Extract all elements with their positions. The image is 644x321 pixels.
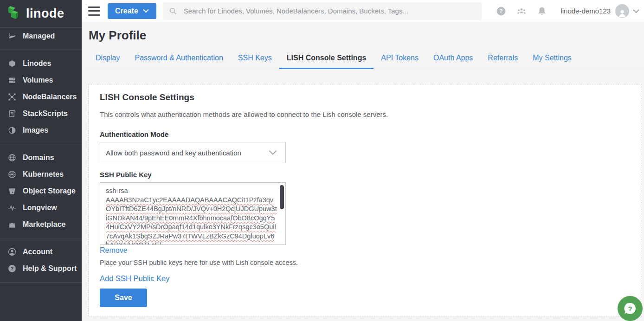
select-chevron-down-icon	[269, 148, 277, 157]
sidebar-item-marketplace[interactable]: Marketplace	[0, 216, 82, 233]
sidebar-item-label: Marketplace	[23, 220, 66, 229]
svg-text:?: ?	[628, 305, 632, 313]
profile-tabs: Display Password & Authentication SSH Ke…	[88, 48, 644, 69]
tab-ssh-keys[interactable]: SSH Keys	[231, 54, 279, 69]
search-input[interactable]	[184, 7, 477, 15]
sidebar-item-label: Volumes	[23, 76, 53, 84]
textarea-scrollbar-thumb[interactable]	[280, 185, 284, 209]
sidebar-item-label: Kubernetes	[23, 170, 64, 179]
bucket-icon	[6, 186, 18, 197]
images-icon	[6, 125, 18, 136]
remove-key-link[interactable]: Remove	[100, 246, 128, 255]
sidebar-item-help-support[interactable]: ? Help & Support	[0, 260, 82, 277]
pulse-icon	[6, 202, 18, 213]
svg-text:?: ?	[11, 266, 14, 271]
chevron-down-icon	[143, 9, 149, 13]
ssh-key-body: AAAAB3NzaC1yc2EAAAADAQABAAACAQCit1Pzfa3q…	[106, 196, 277, 245]
sidebar-item-label: Account	[23, 248, 52, 256]
svg-text:?: ?	[500, 8, 503, 14]
sidebar-divider	[0, 50, 82, 50]
sidebar-item-managed[interactable]: Managed	[0, 28, 82, 45]
panel-description: This controls what authentication method…	[100, 110, 631, 118]
linode-cube-icon	[6, 58, 18, 69]
account-menu-chevron-icon[interactable]	[633, 8, 639, 14]
sidebar-divider	[0, 282, 82, 282]
sidebar-item-nodebalancers[interactable]: NodeBalancers	[0, 89, 82, 105]
tab-password-authentication[interactable]: Password & Authentication	[127, 54, 230, 69]
search-icon	[169, 7, 177, 15]
sidebar-item-label: Help & Support	[23, 264, 77, 273]
avatar[interactable]	[615, 4, 629, 18]
sidebar-item-longview[interactable]: Longview	[0, 199, 82, 216]
tab-oauth-apps[interactable]: OAuth Apps	[426, 54, 480, 69]
auth-mode-select[interactable]: Allow both password and key authenticati…	[100, 142, 286, 163]
sidebar-item-label: Object Storage	[23, 187, 76, 195]
sidebar-item-account[interactable]: Account	[0, 244, 82, 260]
search-bar[interactable]	[163, 2, 482, 20]
sidebar-item-domains[interactable]: Domains	[0, 149, 82, 166]
panel-heading: LISH Console Settings	[100, 92, 631, 103]
username[interactable]: linode-demo123	[560, 7, 611, 15]
save-button[interactable]: Save	[100, 289, 147, 307]
help-icon[interactable]: ?	[495, 5, 507, 17]
ssh-key-prefix: ssh-rsa	[106, 187, 129, 194]
top-header: Create ? linode-demo123	[82, 0, 644, 22]
sidebar-item-label: Managed	[23, 32, 55, 40]
ssh-key-helper-text: Place your SSH public keys here for use …	[100, 259, 631, 266]
auth-mode-label: Authentication Mode	[100, 130, 631, 138]
menu-icon[interactable]	[88, 6, 100, 16]
sidebar-item-kubernetes[interactable]: Kubernetes	[0, 166, 82, 183]
linode-logo-text: linode	[26, 6, 64, 21]
sidebar-divider	[0, 238, 82, 238]
globe-icon	[6, 152, 18, 163]
managed-hand-icon	[6, 31, 18, 42]
sidebar-divider	[0, 144, 82, 144]
help-circle-icon: ?	[6, 263, 18, 274]
tab-display[interactable]: Display	[88, 54, 127, 69]
add-ssh-public-key-link[interactable]: Add SSH Public Key	[100, 274, 169, 283]
account-icon	[6, 246, 18, 257]
sidebar-item-label: Domains	[23, 154, 54, 162]
sidebar-item-label: NodeBalancers	[23, 93, 77, 101]
tab-lish-console-settings[interactable]: LISH Console Settings	[279, 54, 374, 69]
stackscripts-icon	[6, 108, 18, 119]
page-title: My Profile	[89, 28, 644, 43]
sidebar-item-label: Linodes	[23, 59, 51, 68]
linode-logo-icon	[6, 5, 22, 23]
linode-logo[interactable]: linode	[0, 0, 82, 28]
notifications-bell-icon[interactable]	[536, 5, 548, 17]
tab-referrals[interactable]: Referrals	[480, 54, 525, 69]
create-button[interactable]: Create	[108, 3, 156, 19]
ssh-key-label: SSH Public Key	[100, 171, 631, 179]
volumes-icon	[6, 75, 18, 86]
ssh-public-key-textarea[interactable]: ssh-rsa AAAAB3NzaC1yc2EAAAADAQABAAACAQCi…	[100, 182, 286, 245]
sidebar-item-label: Images	[23, 126, 48, 135]
sidebar-item-label: Longview	[23, 204, 57, 212]
sidebar-item-volumes[interactable]: Volumes	[0, 72, 82, 89]
community-icon[interactable]	[515, 5, 528, 17]
sidebar-item-stackscripts[interactable]: StackScripts	[0, 105, 82, 122]
create-button-label: Create	[115, 7, 138, 15]
lish-settings-panel: LISH Console Settings This controls what…	[88, 84, 642, 316]
sidebar-item-linodes[interactable]: Linodes	[0, 55, 82, 72]
auth-mode-selected-value: Allow both password and key authenticati…	[106, 149, 241, 157]
kubernetes-wheel-icon	[6, 169, 18, 180]
tab-api-tokens[interactable]: API Tokens	[374, 54, 426, 69]
help-fab-button[interactable]: ?	[618, 296, 643, 321]
nodebalancers-icon	[6, 91, 18, 103]
tab-my-settings[interactable]: My Settings	[525, 54, 579, 69]
sidebar-item-object-storage[interactable]: Object Storage	[0, 183, 82, 199]
shopping-bag-icon	[6, 219, 18, 230]
sidebar: linode Managed Linodes Volumes	[0, 0, 82, 321]
help-bubble-icon: ?	[622, 301, 638, 316]
sidebar-item-label: StackScripts	[23, 109, 68, 118]
main-content: My Profile Display Password & Authentica…	[82, 22, 644, 321]
sidebar-item-images[interactable]: Images	[0, 122, 82, 139]
